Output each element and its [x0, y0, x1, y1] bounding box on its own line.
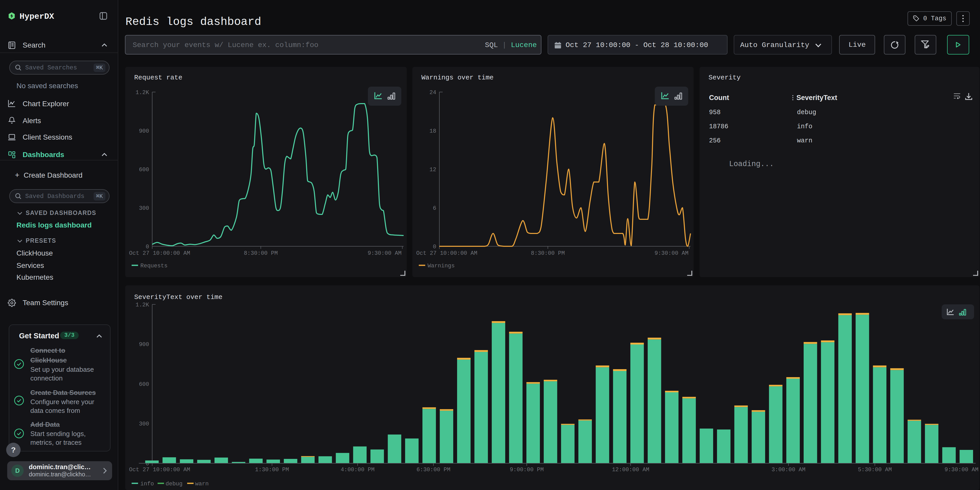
svg-text:5:30:00 AM: 5:30:00 AM [858, 467, 892, 473]
svg-text:1.2K: 1.2K [135, 302, 150, 308]
svg-text:warn: warn [195, 481, 209, 487]
svg-text:SeverityText: SeverityText [797, 94, 837, 102]
svg-text:12:00:00 AM: 12:00:00 AM [612, 467, 649, 473]
svg-text:info: info [140, 481, 154, 487]
svg-text:0: 0 [433, 244, 436, 250]
svg-text:Severity: Severity [708, 74, 741, 81]
svg-text:900: 900 [139, 341, 149, 348]
svg-text:Oct 27 10:00:00 AM: Oct 27 10:00:00 AM [129, 467, 190, 473]
svg-text:Count: Count [709, 94, 729, 102]
svg-text:300: 300 [139, 205, 149, 212]
svg-text:Warnings over time: Warnings over time [422, 74, 493, 81]
svg-text:600: 600 [139, 167, 149, 173]
svg-text:Oct 27 10:00:00 AM: Oct 27 10:00:00 AM [129, 250, 190, 256]
svg-text:1:30:00 PM: 1:30:00 PM [255, 467, 289, 473]
svg-text:958: 958 [709, 109, 721, 116]
svg-text:4:00:00 PM: 4:00:00 PM [340, 467, 375, 473]
svg-text:12: 12 [430, 167, 436, 173]
svg-text:6:30:00 PM: 6:30:00 PM [417, 467, 450, 473]
svg-text:warn: warn [797, 137, 812, 145]
svg-text:8:30:00 PM: 8:30:00 PM [531, 250, 565, 256]
svg-text:9:30:00 AM: 9:30:00 AM [368, 250, 402, 256]
svg-text:8:30:00 PM: 8:30:00 PM [244, 250, 278, 256]
svg-text:Loading...: Loading... [729, 160, 774, 169]
svg-text:600: 600 [139, 381, 149, 388]
svg-text:0: 0 [146, 244, 149, 250]
svg-text:300: 300 [139, 421, 149, 427]
svg-text:info: info [797, 123, 812, 130]
svg-text:Oct 27 10:00:00 AM: Oct 27 10:00:00 AM [416, 250, 477, 256]
svg-text:debug: debug [797, 109, 816, 116]
svg-text:6: 6 [433, 205, 436, 212]
svg-text:debug: debug [165, 481, 183, 487]
svg-text:SeverityText over time: SeverityText over time [134, 293, 223, 301]
svg-text:256: 256 [709, 137, 721, 145]
svg-text:3:00:00 AM: 3:00:00 AM [772, 467, 805, 473]
svg-text:9:30:00 AM: 9:30:00 AM [945, 467, 978, 473]
svg-text:900: 900 [139, 128, 149, 134]
svg-text:18: 18 [430, 128, 436, 134]
svg-text:9:00:00 PM: 9:00:00 PM [510, 467, 544, 473]
svg-text:1.2K: 1.2K [135, 89, 150, 96]
svg-text:24: 24 [430, 89, 436, 96]
svg-text:Warnings: Warnings [428, 263, 455, 269]
svg-text:9:30:00 AM: 9:30:00 AM [654, 250, 689, 256]
svg-text:Requests: Requests [140, 263, 168, 269]
svg-text:18786: 18786 [709, 123, 728, 130]
svg-text:Request rate: Request rate [134, 74, 182, 81]
